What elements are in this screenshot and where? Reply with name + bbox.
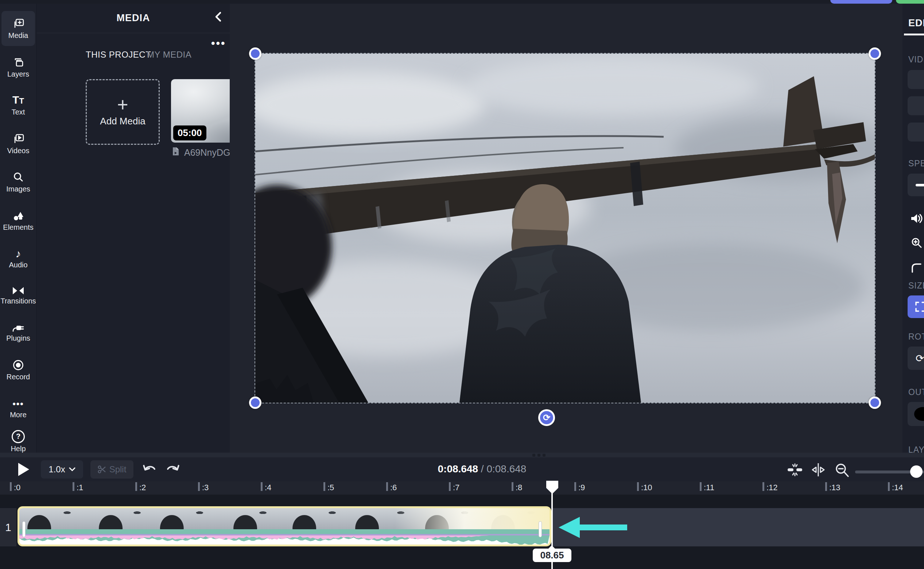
drag-dot bbox=[543, 454, 546, 456]
zoom-in-icon[interactable] bbox=[910, 237, 923, 251]
drag-dot bbox=[538, 454, 540, 456]
add-media-button[interactable]: + Add Media bbox=[86, 79, 160, 145]
video-option-button-2[interactable] bbox=[907, 96, 924, 115]
split-label: Split bbox=[109, 464, 126, 475]
time-display: 0:08.648 / 0:08.648 bbox=[409, 463, 555, 475]
videos-icon bbox=[12, 133, 24, 145]
resize-handle-top-left[interactable] bbox=[249, 47, 261, 60]
sidebar-item-videos[interactable]: Videos bbox=[2, 126, 35, 161]
export-button[interactable] bbox=[896, 0, 924, 4]
sidebar-item-label: Record bbox=[6, 373, 30, 381]
sidebar-item-label: Media bbox=[8, 31, 28, 40]
resize-handle-top-right[interactable] bbox=[869, 47, 881, 60]
panel-resize-handle[interactable] bbox=[0, 453, 924, 457]
sidebar-item-elements[interactable]: Elements bbox=[2, 203, 35, 238]
upgrade-button[interactable] bbox=[830, 0, 892, 4]
playback-speed-dropdown[interactable]: 1.0x bbox=[41, 460, 83, 479]
section-label-layer: LAY bbox=[908, 445, 924, 453]
resize-handle-bottom-right[interactable] bbox=[869, 397, 881, 409]
transitions-icon bbox=[12, 286, 25, 295]
speed-slider-mark bbox=[916, 184, 924, 186]
section-label-video: VIDE bbox=[908, 55, 924, 65]
sidebar-item-label: Images bbox=[6, 185, 30, 193]
clip-trim-handle-right[interactable] bbox=[539, 521, 542, 537]
size-fit-button[interactable] bbox=[907, 295, 924, 318]
rotate-handle[interactable]: ⟳ bbox=[538, 409, 555, 426]
clip-waveform bbox=[19, 536, 550, 545]
layers-icon bbox=[12, 56, 24, 68]
sidebar-item-label: Text bbox=[12, 108, 25, 116]
clip-bright-end bbox=[395, 508, 550, 529]
scissors-icon bbox=[98, 465, 106, 474]
playhead-time-bubble: 08.65 bbox=[533, 549, 571, 562]
divider bbox=[903, 35, 924, 36]
timeline-ruler[interactable]: :0:1:2:3:4:5:6:7:8:9:10:11:12:13:14 bbox=[0, 481, 924, 494]
section-label-speed: SPE bbox=[908, 159, 924, 169]
color-swatch-button[interactable] bbox=[907, 402, 924, 426]
media-panel: MEDIA ••• THIS PROJECT MY MEDIA + Add Me… bbox=[37, 4, 230, 453]
clip-audio-band bbox=[19, 529, 550, 534]
sidebar-item-label: More bbox=[10, 411, 27, 419]
current-time: 0:08.648 bbox=[438, 463, 479, 475]
media-add-icon bbox=[12, 18, 24, 30]
preview-area: ⟳ bbox=[230, 4, 903, 453]
undo-button[interactable] bbox=[142, 463, 159, 476]
clip-trim-handle-left[interactable] bbox=[22, 521, 26, 537]
tab-this-project[interactable]: THIS PROJECT bbox=[86, 50, 151, 60]
sidebar-item-record[interactable]: Record bbox=[2, 352, 35, 387]
timeline-clip[interactable] bbox=[18, 506, 551, 546]
play-button[interactable] bbox=[16, 462, 30, 477]
top-bar bbox=[0, 0, 924, 4]
speed-slider-button[interactable] bbox=[907, 173, 924, 196]
collapse-panel-icon[interactable] bbox=[212, 10, 226, 25]
zoom-out-icon[interactable] bbox=[834, 463, 850, 480]
sidebar-item-audio[interactable]: ♪ Audio bbox=[2, 241, 35, 276]
app-window: Media Layers TT Text Videos Images bbox=[0, 0, 924, 569]
mirror-split-icon[interactable] bbox=[810, 463, 826, 479]
video-preview[interactable] bbox=[255, 53, 875, 403]
split-button[interactable]: Split bbox=[90, 460, 134, 479]
section-label-outline: OUT bbox=[908, 387, 924, 397]
sidebar-item-layers[interactable]: Layers bbox=[2, 50, 35, 85]
video-frame-art bbox=[255, 53, 875, 403]
help-icon: ? bbox=[12, 430, 25, 443]
black-color-swatch bbox=[914, 407, 924, 421]
search-image-icon bbox=[12, 171, 24, 184]
sidebar-item-text[interactable]: TT Text bbox=[2, 88, 35, 123]
sidebar-item-media[interactable]: Media bbox=[2, 11, 35, 46]
track-number: 1 bbox=[0, 508, 17, 546]
chevron-down-icon bbox=[69, 467, 76, 472]
sidebar-item-label: Elements bbox=[3, 223, 33, 231]
sidebar-item-more[interactable]: ••• More bbox=[2, 391, 35, 426]
sidebar-item-transitions[interactable]: Transitions bbox=[2, 278, 35, 313]
sidebar-item-label: Videos bbox=[7, 147, 30, 155]
video-option-button-1[interactable] bbox=[907, 70, 924, 89]
tab-my-media[interactable]: MY MEDIA bbox=[147, 50, 191, 60]
timeline-toolbar: 1.0x Split 0:08.648 / 0:08.648 bbox=[0, 457, 924, 481]
section-label-size: SIZE bbox=[908, 281, 924, 291]
sidebar-item-label: Help bbox=[11, 444, 26, 453]
sidebar-item-label: Transitions bbox=[0, 297, 36, 305]
rotate-button[interactable]: ⟳ bbox=[907, 347, 924, 370]
volume-icon[interactable] bbox=[910, 212, 923, 226]
drag-dot bbox=[532, 454, 535, 456]
sidebar-item-label: Plugins bbox=[6, 334, 30, 342]
sidebar-item-plugins[interactable]: Plugins bbox=[2, 315, 35, 350]
add-media-label: Add Media bbox=[100, 116, 145, 127]
speed-value: 1.0x bbox=[49, 464, 65, 475]
timeline-tracks: 1 bbox=[0, 494, 924, 569]
record-icon bbox=[12, 359, 24, 371]
text-icon: TT bbox=[12, 94, 24, 106]
resize-handle-bottom-left[interactable] bbox=[249, 397, 261, 409]
redo-button[interactable] bbox=[165, 463, 182, 476]
zoom-slider-knob[interactable] bbox=[910, 466, 922, 478]
corner-radius-icon[interactable] bbox=[910, 262, 923, 276]
panel-title: MEDIA bbox=[37, 12, 230, 24]
panel-menu-icon[interactable]: ••• bbox=[211, 37, 227, 48]
video-option-button-3[interactable] bbox=[907, 123, 924, 141]
total-time: 0:08.648 bbox=[486, 463, 526, 475]
sidebar-item-help[interactable]: ? Help bbox=[2, 427, 35, 456]
plug-icon bbox=[12, 323, 25, 333]
snapping-icon[interactable] bbox=[785, 463, 805, 479]
sidebar-item-images[interactable]: Images bbox=[2, 164, 35, 199]
